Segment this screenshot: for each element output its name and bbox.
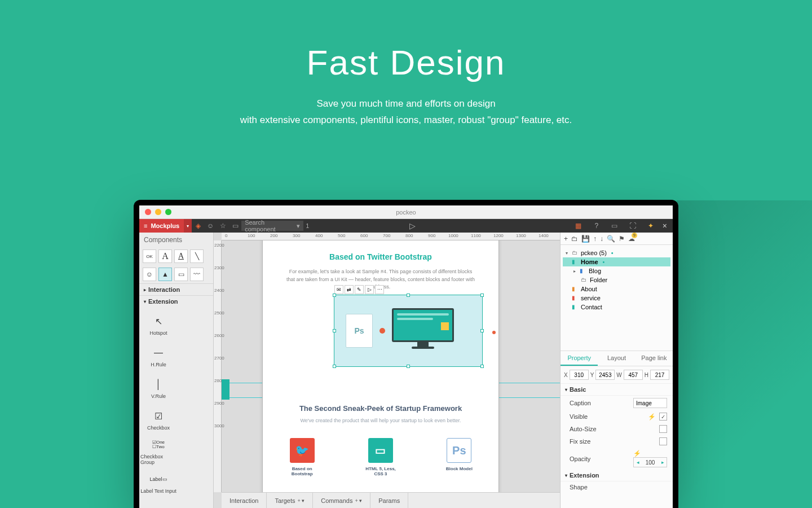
component-hrule[interactable]: ―H.Rule bbox=[140, 341, 176, 373]
cube-icon[interactable]: ◈ bbox=[192, 222, 204, 230]
tab-params[interactable]: Params bbox=[370, 493, 408, 508]
component-checkbox[interactable]: ☑Checkbox bbox=[140, 404, 176, 436]
tree-page-service[interactable]: ▮service bbox=[563, 294, 670, 303]
underline-text-icon[interactable]: A bbox=[174, 249, 188, 263]
emoji-icon[interactable]: ☺ bbox=[204, 222, 217, 230]
section-extension[interactable]: ▾Extension bbox=[139, 295, 213, 307]
h-input[interactable] bbox=[650, 370, 669, 380]
block-model: PsBlock Model bbox=[439, 438, 479, 476]
close-icon[interactable]: × bbox=[663, 221, 667, 230]
canvas-area[interactable]: 0100200300400500600700800900100011001200… bbox=[214, 233, 560, 508]
ok-component-icon[interactable]: OK bbox=[143, 249, 156, 263]
panel-icon[interactable]: ▭ bbox=[229, 222, 241, 230]
search-input[interactable]: Search component ▾ bbox=[241, 221, 303, 231]
hero-sub-line2: with extensive components, plentiful ico… bbox=[0, 112, 812, 129]
rect-component-icon[interactable]: ▭ bbox=[174, 268, 188, 281]
gift-icon[interactable]: ✦ bbox=[645, 222, 657, 230]
window-title: pockeo bbox=[139, 209, 673, 216]
tree-folder[interactable]: 🗀Folder bbox=[563, 275, 670, 284]
more-icon[interactable]: ⋯ bbox=[375, 285, 384, 294]
tab-pagelink[interactable]: Page link bbox=[636, 351, 673, 366]
shape-row: Shape bbox=[561, 481, 673, 493]
bottom-panel-tabs: Interaction Targets + ▾ Commands + ▾ Par… bbox=[222, 492, 560, 508]
edit-icon[interactable]: ✎ bbox=[355, 285, 364, 294]
search-count: 1 bbox=[306, 222, 309, 229]
help-icon[interactable]: ? bbox=[590, 222, 603, 230]
components-panel-title: Components bbox=[139, 233, 213, 247]
star-icon[interactable]: ☆ bbox=[217, 222, 229, 230]
play-icon[interactable]: ▷ bbox=[406, 221, 418, 230]
curve-component-icon[interactable]: 〰 bbox=[190, 268, 204, 281]
component-hotspot[interactable]: ↖Hotspot bbox=[140, 309, 176, 341]
mac-titlebar: pockeo bbox=[139, 205, 673, 219]
tab-interaction[interactable]: Interaction bbox=[222, 493, 267, 508]
search-placeholder: Search component bbox=[245, 219, 297, 233]
down-icon[interactable]: ↓ bbox=[600, 235, 603, 243]
right-panel: + 🗀 💾 ↑ ↓ 🔍 ⚑ ☁9 ▾🗀pckeo (5) • ▮Home • ▸… bbox=[560, 233, 673, 508]
screen-icon[interactable]: ▭ bbox=[608, 222, 621, 230]
visible-row: Visible ⚡✓ bbox=[561, 410, 673, 423]
pages-toolbar: + 🗀 💾 ↑ ↓ 🔍 ⚑ ☁9 bbox=[561, 233, 673, 245]
extension-section[interactable]: ▾Extension bbox=[561, 470, 673, 481]
tree-page-contact[interactable]: ▮Contact bbox=[563, 303, 670, 312]
tab-commands[interactable]: Commands + ▾ bbox=[313, 493, 370, 508]
grid-icon[interactable]: ▦ bbox=[572, 222, 585, 230]
ruler-marker bbox=[222, 379, 230, 400]
notification-badge: 9 bbox=[632, 233, 637, 238]
fixsize-checkbox[interactable] bbox=[659, 437, 667, 445]
component-radio[interactable]: ◉Radio Button bbox=[140, 499, 176, 508]
visible-checkbox[interactable]: ✓ bbox=[659, 413, 667, 421]
tree-page-about[interactable]: ▮About bbox=[563, 284, 670, 294]
image-component-icon[interactable]: ▲ bbox=[158, 268, 172, 281]
tab-layout[interactable]: Layout bbox=[598, 351, 635, 366]
x-input[interactable] bbox=[570, 370, 589, 380]
tree-project[interactable]: ▾🗀pckeo (5) • bbox=[563, 248, 670, 257]
up-icon[interactable]: ↑ bbox=[593, 235, 597, 243]
design-page[interactable]: Based on Twitter Bootstrap For example, … bbox=[262, 240, 499, 492]
brand-menu[interactable]: ≡ Mockplus bbox=[139, 219, 184, 233]
caption-input[interactable] bbox=[633, 398, 667, 408]
ps-document-graphic: Ps bbox=[346, 314, 373, 348]
component-checkbox-group[interactable]: ☑One☐TwoCheckbox Group bbox=[140, 436, 176, 467]
selected-element[interactable]: ✉⇄✎▷⋯ Ps bbox=[334, 295, 483, 367]
link-icon[interactable]: ⇄ bbox=[345, 285, 354, 294]
component-label-input[interactable]: Label▭Label Text Input bbox=[140, 467, 176, 499]
property-tabs: Property Layout Page link bbox=[561, 351, 673, 366]
rotate-handle[interactable] bbox=[492, 331, 496, 334]
opacity-row: Opacity ⚡ ◂100▸ bbox=[561, 448, 673, 470]
smiley-component-icon[interactable]: ☺ bbox=[143, 268, 156, 281]
basic-section[interactable]: ▾Basic bbox=[561, 384, 673, 396]
block-html5: ▭HTML 5, Less, CSS 3 bbox=[361, 438, 400, 476]
tree-page-home[interactable]: ▮Home • bbox=[563, 257, 670, 266]
section2-body: We've created the product that will help… bbox=[297, 417, 465, 425]
autosize-checkbox[interactable] bbox=[659, 425, 667, 433]
text-component-icon[interactable]: A bbox=[158, 249, 172, 263]
search-icon[interactable]: 🔍 bbox=[607, 235, 615, 243]
mail-icon[interactable]: ✉ bbox=[334, 285, 343, 294]
brand-dropdown[interactable]: ▾ bbox=[184, 219, 192, 233]
tab-targets[interactable]: Targets + ▾ bbox=[267, 493, 313, 508]
play-icon[interactable]: ▷ bbox=[365, 285, 374, 294]
fixsize-row: Fix size bbox=[561, 435, 673, 448]
add-page-icon[interactable]: + bbox=[564, 235, 568, 243]
y-input[interactable] bbox=[595, 370, 615, 380]
opacity-stepper[interactable]: ◂100▸ bbox=[633, 457, 667, 467]
flag-icon[interactable]: ⚑ bbox=[619, 235, 625, 243]
w-input[interactable] bbox=[624, 370, 643, 380]
app-window-monitor: pockeo ≡ Mockplus ▾ ◈ ☺ ☆ ▭ Search compo… bbox=[134, 200, 678, 508]
fullscreen-icon[interactable]: ⛶ bbox=[626, 222, 639, 230]
chevron-down-icon: ▾ bbox=[297, 222, 300, 230]
cloud-icon[interactable]: ☁9 bbox=[628, 235, 635, 243]
component-grid: ↖Hotspot ―H.Rule │V.Rule ☑Checkbox ☑One☐… bbox=[139, 307, 213, 508]
tree-page-blog[interactable]: ▸▮Blog bbox=[563, 266, 670, 275]
line-component-icon[interactable]: ╲ bbox=[190, 249, 204, 263]
app-toolbar: ≡ Mockplus ▾ ◈ ☺ ☆ ▭ Search component ▾ … bbox=[139, 219, 673, 233]
tab-property[interactable]: Property bbox=[561, 351, 598, 366]
section-interaction[interactable]: ▸Interaction bbox=[139, 283, 213, 295]
folder-icon[interactable]: 🗀 bbox=[571, 235, 578, 243]
block-bootstrap: 🐦Based on Bootstrap bbox=[283, 438, 322, 476]
save-icon[interactable]: 💾 bbox=[581, 235, 590, 243]
brand-label: Mockplus bbox=[151, 222, 179, 229]
section2-title: The Second Sneak-Peek of Startup Framewo… bbox=[263, 404, 498, 413]
component-vrule[interactable]: │V.Rule bbox=[140, 373, 176, 404]
